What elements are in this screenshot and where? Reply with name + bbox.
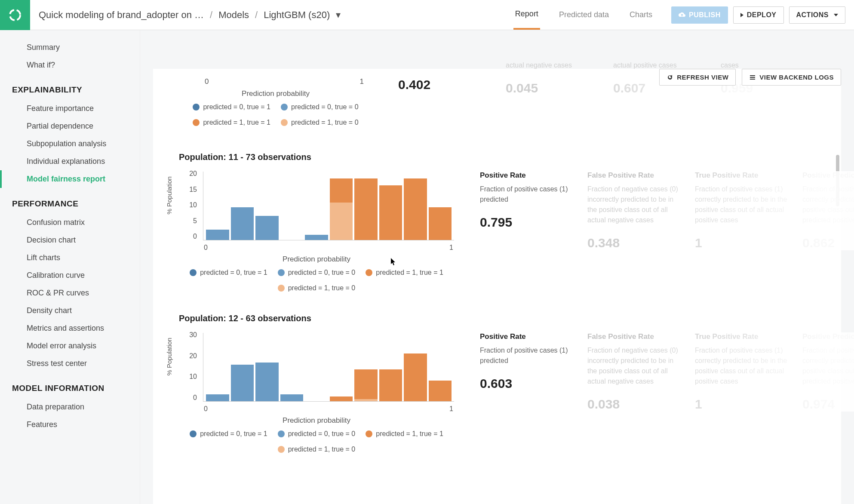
legend-d: predicted = 1, true = 0 <box>291 119 359 126</box>
pop11-title: Population: 11 - 73 observations <box>179 152 454 162</box>
xaxis-0: 0 <box>205 77 209 86</box>
sidebar-item-summary[interactable]: Summary <box>0 39 140 56</box>
sidebar-item-stress-test[interactable]: Stress test center <box>0 355 140 372</box>
xaxis-0: 0 <box>204 405 208 413</box>
tab-predicted-data[interactable]: Predicted data <box>557 1 611 29</box>
publish-label: PUBLISH <box>689 11 721 19</box>
metric-fpr-value: 0.045 <box>506 81 600 95</box>
metric-pr-head: Positive Rate <box>480 332 574 341</box>
tab-charts[interactable]: Charts <box>628 1 654 29</box>
legend-dot-icon <box>193 104 200 111</box>
sidebar-item-features[interactable]: Features <box>0 416 140 433</box>
breadcrumb-sep: / <box>210 9 212 21</box>
sidebar-item-subpopulation[interactable]: Subpopulation analysis <box>0 135 140 153</box>
refresh-label: REFRESH VIEW <box>677 74 728 81</box>
metric-tpr-value: 1 <box>695 236 789 250</box>
legend-c: predicted = 1, true = 1 <box>203 119 270 126</box>
breadcrumb-model[interactable]: LightGBM (s20) <box>264 9 330 21</box>
xaxis-title: Prediction probability <box>179 416 454 425</box>
sidebar-header-performance: PERFORMANCE <box>0 188 140 214</box>
metric-ppv-value: 0.862 <box>802 236 854 250</box>
sidebar-item-individual-explanations[interactable]: Individual explanations <box>0 153 140 170</box>
sidebar-item-data-preparation[interactable]: Data preparation <box>0 398 140 416</box>
chart-pop11: % Population 20 15 10 5 0 0 1 <box>179 170 454 252</box>
legend-dot-icon <box>193 119 200 126</box>
metric-pr-value: 0.402 <box>398 77 493 92</box>
model-dropdown-icon[interactable]: ▾ <box>336 9 341 21</box>
metric-fpr-value: 0.038 <box>587 397 682 412</box>
tab-report[interactable]: Report <box>513 0 540 30</box>
main-content: REFRESH VIEW VIEW BACKEND LOGS 0 1 Predi… <box>140 30 854 504</box>
xaxis-title: Prediction probability <box>179 89 372 98</box>
publish-button[interactable]: PUBLISH <box>671 6 728 24</box>
sidebar-item-feature-importance[interactable]: Feature importance <box>0 100 140 117</box>
metric-tpr-desc: Fraction of positive cases (1) correctly… <box>695 345 789 387</box>
metric-tpr-head: True Positive Rate <box>695 332 789 341</box>
legend-b: predicted = 0, true = 0 <box>291 103 359 111</box>
metric-pr-value: 0.603 <box>480 376 574 391</box>
metric-ppv-value: 0.974 <box>802 397 854 412</box>
sidebar-item-whatif[interactable]: What if? <box>0 56 140 74</box>
sidebar-item-calibration-curve[interactable]: Calibration curve <box>0 267 140 284</box>
refresh-icon <box>667 74 673 81</box>
legend-dot-icon <box>278 446 285 453</box>
breadcrumb-project[interactable]: Quick modeling of brand_adopter on … <box>39 9 204 21</box>
deploy-button[interactable]: DEPLOY <box>733 6 784 24</box>
list-icon <box>749 74 756 81</box>
svg-point-0 <box>10 10 20 20</box>
sidebar-item-model-error[interactable]: Model error analysis <box>0 337 140 355</box>
sidebar-item-density-chart[interactable]: Density chart <box>0 302 140 320</box>
xaxis-0: 0 <box>204 244 208 252</box>
sidebar-item-decision-chart[interactable]: Decision chart <box>0 231 140 249</box>
metric-fpr-desc: Fraction of negative cases (0) incorrect… <box>587 184 682 225</box>
logs-label: VIEW BACKEND LOGS <box>759 74 834 81</box>
sidebar-item-lift-charts[interactable]: Lift charts <box>0 249 140 267</box>
breadcrumb-sep: / <box>255 9 258 21</box>
sidebar-item-roc-pr[interactable]: ROC & PR curves <box>0 284 140 302</box>
sidebar: Summary What if? EXPLAINABILITY Feature … <box>0 30 140 504</box>
chart-legend: predicted = 0, true = 1 predicted = 0, t… <box>179 269 454 292</box>
top-actions: PUBLISH DEPLOY ACTIONS <box>663 6 854 24</box>
metric-pr-desc: Fraction of positive cases (1) predicted <box>480 345 574 366</box>
metric-pr-head: Positive Rate <box>480 171 574 180</box>
sidebar-item-metrics-assertions[interactable]: Metrics and assertions <box>0 320 140 337</box>
refresh-view-button[interactable]: REFRESH VIEW <box>659 69 736 86</box>
legend-dot-icon <box>366 269 372 276</box>
metric-ppv-head: Positive Predictive V <box>802 171 854 180</box>
chart-pop12: % Population 30 20 10 0 0 1 <box>179 331 454 413</box>
cloud-upload-icon <box>679 12 685 18</box>
metric-fpr-value: 0.348 <box>587 236 682 250</box>
breadcrumb: Quick modeling of brand_adopter on … / M… <box>30 9 513 21</box>
metric-pr-value: 0.795 <box>480 215 574 230</box>
legend-dot-icon <box>190 430 197 437</box>
actions-label: ACTIONS <box>796 11 829 19</box>
legend-dot-icon <box>281 104 288 111</box>
caret-down-icon <box>834 14 838 16</box>
metric-tpr-head: True Positive Rate <box>695 171 789 180</box>
yaxis-ticks: 30 20 10 0 <box>179 331 200 402</box>
sidebar-item-partial-dependence[interactable]: Partial dependence <box>0 117 140 135</box>
action-bar: REFRESH VIEW VIEW BACKEND LOGS <box>659 69 841 86</box>
plot-area <box>203 172 454 240</box>
metrics-row-pop12: Positive Rate Fraction of positive cases… <box>480 332 854 412</box>
breadcrumb-models[interactable]: Models <box>218 9 249 21</box>
sidebar-item-model-fairness[interactable]: Model fairness report <box>0 170 140 188</box>
sidebar-header-modelinfo: MODEL INFORMATION <box>0 372 140 398</box>
plot-area <box>203 333 454 402</box>
metric-tpr-desc: Fraction of positive cases (1) correctly… <box>695 184 789 225</box>
chart-pop-prev: 0 1 Prediction probability predicted = 0… <box>179 77 372 126</box>
legend-dot-icon <box>366 430 372 437</box>
actions-button[interactable]: ACTIONS <box>789 6 846 24</box>
view-logs-button[interactable]: VIEW BACKEND LOGS <box>742 69 841 86</box>
metric-ppv-head: Positive Predictive V <box>802 332 854 341</box>
sidebar-item-confusion-matrix[interactable]: Confusion matrix <box>0 214 140 231</box>
metrics-row-pop11: Positive Rate Fraction of positive cases… <box>480 171 854 250</box>
app-logo[interactable] <box>0 0 30 30</box>
yaxis-label: % Population <box>166 176 173 214</box>
pop12-title: Population: 12 - 63 observations <box>179 313 454 323</box>
xaxis-1: 1 <box>449 244 453 252</box>
legend-dot-icon <box>190 269 197 276</box>
yaxis-ticks: 20 15 10 5 0 <box>179 170 200 240</box>
legend-dot-icon <box>278 430 285 437</box>
legend-a: predicted = 0, true = 1 <box>203 103 270 111</box>
